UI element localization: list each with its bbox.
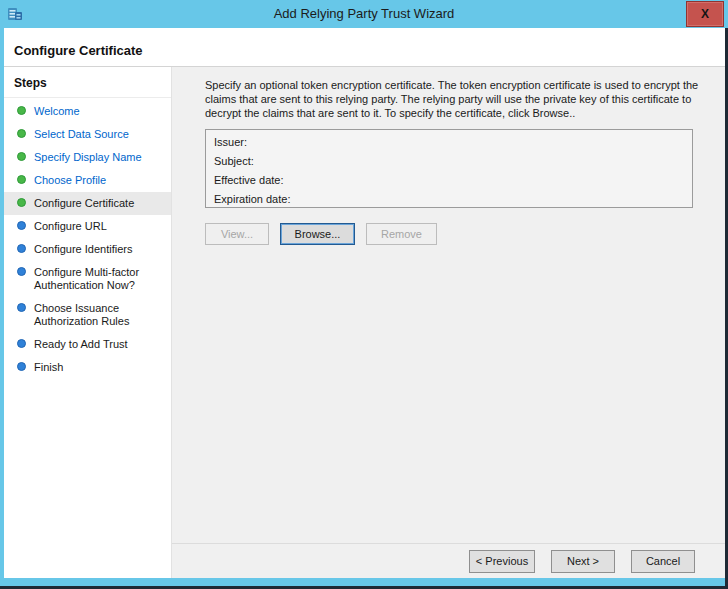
step-pending-icon [17, 362, 26, 371]
step-label[interactable]: Select Data Source [34, 128, 129, 141]
remove-button[interactable]: Remove [366, 223, 437, 245]
step-configure-identifiers: Configure Identifiers [4, 238, 171, 261]
cancel-button[interactable]: Cancel [631, 550, 695, 573]
certificate-details-box: Issuer: Subject: Effective date: Expirat… [205, 129, 693, 208]
step-welcome: Welcome [4, 100, 171, 123]
previous-button[interactable]: < Previous [469, 550, 535, 573]
step-label[interactable]: Welcome [34, 105, 80, 118]
wizard-footer: < Previous Next > Cancel [172, 543, 725, 578]
step-done-icon [17, 106, 26, 115]
steps-sidebar: Steps Welcome Select Data Source Specify… [4, 67, 172, 578]
step-done-icon [17, 152, 26, 161]
close-icon: X [701, 7, 709, 21]
step-pending-icon [17, 339, 26, 348]
cert-effective-date-label: Effective date: [214, 171, 684, 190]
step-label: Finish [34, 361, 63, 374]
wizard-header: Configure Certificate [4, 28, 725, 67]
step-choose-issuance-rules: Choose Issuance Authorization Rules [4, 297, 171, 333]
instruction-text: Specify an optional token encryption cer… [205, 78, 710, 120]
step-label: Configure URL [34, 220, 107, 233]
step-done-icon [17, 129, 26, 138]
wizard-window: Add Relying Party Trust Wizard X Configu… [0, 0, 728, 589]
step-label: Configure Certificate [34, 197, 134, 210]
step-current-icon [17, 198, 26, 207]
browse-button[interactable]: Browse... [280, 223, 355, 245]
step-select-data-source: Select Data Source [4, 123, 171, 146]
step-configure-certificate: Configure Certificate [4, 192, 171, 215]
titlebar[interactable]: Add Relying Party Trust Wizard X [0, 0, 728, 28]
step-configure-mfa: Configure Multi-factor Authentication No… [4, 261, 171, 297]
step-finish: Finish [4, 356, 171, 379]
step-pending-icon [17, 221, 26, 230]
cert-expiration-date-label: Expiration date: [214, 190, 684, 209]
cert-subject-label: Subject: [214, 152, 684, 171]
window-title: Add Relying Party Trust Wizard [0, 6, 728, 21]
close-button[interactable]: X [686, 1, 724, 27]
step-specify-display-name: Specify Display Name [4, 146, 171, 169]
page-title: Configure Certificate [14, 43, 725, 58]
step-label: Configure Multi-factor Authentication No… [34, 266, 165, 292]
step-label[interactable]: Choose Profile [34, 174, 106, 187]
steps-title: Steps [4, 67, 171, 98]
step-label[interactable]: Specify Display Name [34, 151, 142, 164]
cert-issuer-label: Issuer: [214, 133, 684, 152]
main-panel: Specify an optional token encryption cer… [172, 67, 725, 578]
step-label: Choose Issuance Authorization Rules [34, 302, 165, 328]
step-choose-profile: Choose Profile [4, 169, 171, 192]
step-done-icon [17, 175, 26, 184]
wizard-body: Configure Certificate Steps Welcome Sele… [4, 28, 725, 578]
step-label: Configure Identifiers [34, 243, 132, 256]
steps-list: Welcome Select Data Source Specify Displ… [4, 100, 171, 379]
next-button[interactable]: Next > [551, 550, 615, 573]
view-button[interactable]: View... [205, 223, 269, 245]
step-pending-icon [17, 303, 26, 312]
step-label: Ready to Add Trust [34, 338, 128, 351]
step-configure-url: Configure URL [4, 215, 171, 238]
step-pending-icon [17, 244, 26, 253]
step-ready-to-add-trust: Ready to Add Trust [4, 333, 171, 356]
step-pending-icon [17, 267, 26, 276]
